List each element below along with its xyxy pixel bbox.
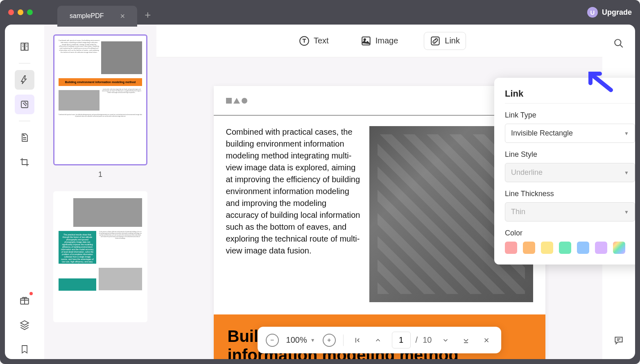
zoom-level-dropdown[interactable]: 100% ▼ (286, 335, 315, 345)
link-tool-button[interactable]: Link (424, 32, 466, 50)
color-swatches (505, 242, 635, 254)
sidebar-divider (19, 121, 30, 121)
triangle-shape-icon (233, 98, 240, 104)
thumbnail-1-number: 1 (52, 170, 149, 179)
thumbnail-2-wrap: The practical results show that through … (52, 191, 149, 322)
app-window: samplePDF × + U Upgrade (0, 0, 640, 364)
upgrade-button[interactable]: U Upgrade (587, 7, 632, 18)
total-pages: 10 (423, 335, 432, 345)
close-toolbar-button[interactable] (480, 334, 493, 347)
bookmark-icon[interactable] (15, 339, 34, 359)
chevron-down-icon: ▼ (624, 170, 629, 176)
toolbar-divider (343, 335, 344, 346)
svg-rect-5 (432, 37, 440, 45)
color-label: Color (505, 229, 635, 237)
content-area: Combined with practical cases, the build… (5, 25, 635, 359)
line-thickness-label: Line Thickness (505, 190, 635, 198)
comment-icon[interactable] (612, 334, 625, 347)
page-input-group: / 10 (392, 332, 432, 348)
thumbnail-1-wrap: Combined with practical cases, the build… (52, 34, 149, 179)
next-page-button[interactable] (439, 334, 452, 347)
svg-point-4 (364, 38, 365, 40)
traffic-lights (8, 9, 33, 15)
gift-icon[interactable] (15, 290, 34, 310)
line-style-value: Underline (511, 168, 543, 177)
link-tool-label: Link (445, 36, 460, 45)
thumb-title-box: Building environment information modelin… (59, 78, 142, 86)
highlighter-icon[interactable] (15, 70, 34, 90)
top-toolbar: Text Image Link (156, 25, 602, 57)
close-window-button[interactable] (8, 9, 14, 15)
zoom-value: 100% (286, 335, 307, 345)
circle-shape-icon (242, 98, 247, 104)
link-properties-popover: Link Link Type Invisible Rectangle ▼ Lin… (494, 78, 635, 265)
color-swatch-teal[interactable] (559, 242, 571, 254)
popover-title: Link (505, 88, 635, 104)
svg-point-7 (615, 39, 621, 45)
line-thickness-select[interactable]: Thin ▼ (505, 202, 635, 222)
color-swatch-custom[interactable] (613, 242, 625, 254)
tabs-area: samplePDF × + (57, 0, 587, 27)
text-tool-button[interactable]: Text (293, 32, 335, 50)
link-type-select[interactable]: Invisible Rectangle ▼ (505, 124, 635, 143)
chevron-down-icon: ▼ (310, 337, 315, 343)
user-avatar-badge: U (587, 7, 598, 18)
crop-icon[interactable] (15, 152, 34, 172)
new-tab-button[interactable]: + (145, 9, 151, 21)
thumbnail-page-1[interactable]: Combined with practical cases, the build… (53, 34, 147, 165)
bottom-navigation-toolbar: − 100% ▼ + / 10 (258, 327, 502, 353)
page-body-text: Combined with practical cases, the build… (226, 126, 361, 302)
tab-title: samplePDF (70, 12, 104, 20)
image-icon (361, 36, 371, 46)
zoom-in-button[interactable]: + (323, 334, 336, 347)
chevron-down-icon: ▼ (624, 131, 629, 136)
square-shape-icon (226, 98, 232, 104)
image-tool-label: Image (375, 36, 398, 45)
thumbnail-page-2[interactable]: The practical results show that through … (53, 191, 147, 322)
document-tab[interactable]: samplePDF × (57, 6, 137, 27)
page-shapes-decoration (226, 98, 247, 104)
search-icon[interactable] (612, 37, 625, 50)
line-style-label: Line Style (505, 150, 635, 159)
link-type-value: Invisible Rectangle (511, 129, 573, 138)
line-style-select[interactable]: Underline ▼ (505, 163, 635, 182)
upgrade-label: Upgrade (602, 8, 632, 17)
documents-icon[interactable] (15, 128, 34, 147)
close-tab-button[interactable]: × (120, 11, 125, 21)
prev-page-button[interactable] (371, 334, 384, 347)
color-swatch-pink[interactable] (505, 242, 517, 254)
maximize-window-button[interactable] (27, 9, 33, 15)
line-thickness-value: Thin (511, 208, 525, 216)
thumbnails-panel: Combined with practical cases, the build… (44, 25, 156, 359)
color-swatch-purple[interactable] (595, 242, 607, 254)
color-swatch-blue[interactable] (577, 242, 589, 254)
layers-icon[interactable] (15, 315, 34, 335)
sidebar-divider (19, 63, 30, 63)
titlebar: samplePDF × + U Upgrade (0, 0, 640, 25)
main-canvas: Text Image Link (156, 25, 602, 359)
left-sidebar (5, 25, 44, 359)
link-icon (430, 36, 441, 46)
chevron-down-icon: ▼ (624, 209, 629, 215)
text-icon (299, 36, 310, 46)
image-tool-button[interactable]: Image (355, 32, 404, 50)
zoom-out-button[interactable]: − (266, 334, 279, 347)
link-type-label: Link Type (505, 111, 635, 120)
edit-icon[interactable] (15, 95, 34, 114)
text-tool-label: Text (314, 36, 329, 45)
last-page-button[interactable] (459, 334, 473, 347)
minimize-window-button[interactable] (18, 9, 23, 15)
page-separator: / (416, 335, 418, 345)
color-swatch-orange[interactable] (523, 242, 535, 254)
color-swatch-yellow[interactable] (541, 242, 553, 254)
reader-mode-icon[interactable] (15, 37, 34, 57)
first-page-button[interactable] (351, 334, 364, 347)
current-page-input[interactable] (392, 332, 411, 348)
